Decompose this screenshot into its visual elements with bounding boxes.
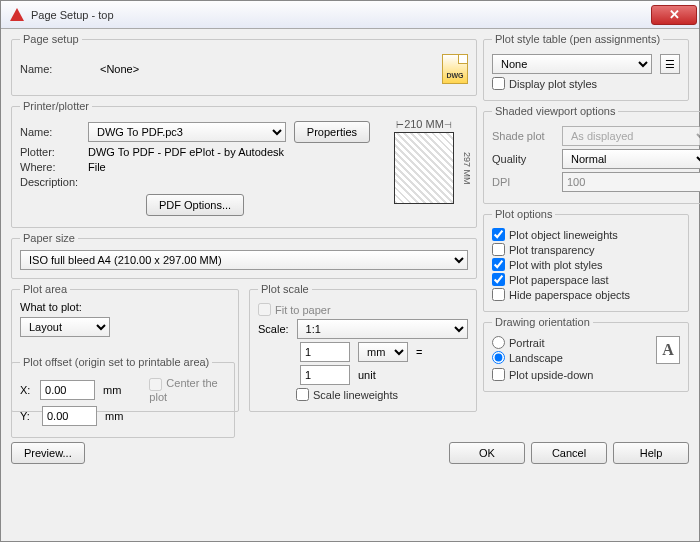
plot-lineweights-checkbox[interactable] bbox=[492, 228, 505, 241]
plot-options-legend: Plot options bbox=[492, 208, 555, 220]
ok-button[interactable]: OK bbox=[449, 442, 525, 464]
description-label: Description: bbox=[20, 176, 80, 188]
portrait-radio[interactable] bbox=[492, 336, 505, 349]
paper-size-select[interactable]: ISO full bleed A4 (210.00 x 297.00 MM) bbox=[20, 250, 468, 270]
plot-style-group: Plot style table (pen assignments) None … bbox=[483, 33, 689, 101]
quality-label: Quality bbox=[492, 153, 554, 165]
plot-offset-group: Plot offset (origin set to printable are… bbox=[11, 356, 235, 438]
name-label: Name: bbox=[20, 63, 80, 75]
preview-width: ⊢210 MM⊣ bbox=[394, 118, 454, 130]
y-mm-label: mm bbox=[105, 410, 123, 422]
plotter-value: DWG To PDF - PDF ePlot - by Autodesk bbox=[88, 146, 284, 158]
upside-down-checkbox[interactable] bbox=[492, 368, 505, 381]
what-to-plot-select[interactable]: Layout bbox=[20, 317, 110, 337]
portrait-label: Portrait bbox=[509, 337, 544, 349]
plot-options-group: Plot options Plot object lineweights Plo… bbox=[483, 208, 689, 312]
page-setup-legend: Page setup bbox=[20, 33, 82, 45]
plot-style-select[interactable]: None bbox=[492, 54, 652, 74]
plotter-label: Plotter: bbox=[20, 146, 80, 158]
plot-styles-checkbox[interactable] bbox=[492, 258, 505, 271]
window-title: Page Setup - top bbox=[31, 9, 651, 21]
plot-area-legend: Plot area bbox=[20, 283, 70, 295]
list-icon: ☰ bbox=[665, 58, 675, 71]
display-plot-styles-checkbox[interactable] bbox=[492, 77, 505, 90]
paper-size-group: Paper size ISO full bleed A4 (210.00 x 2… bbox=[11, 232, 477, 279]
plot-offset-legend: Plot offset (origin set to printable are… bbox=[20, 356, 212, 368]
plot-style-edit-button[interactable]: ☰ bbox=[660, 54, 680, 74]
orientation-legend: Drawing orientation bbox=[492, 316, 593, 328]
fit-to-paper-label: Fit to paper bbox=[275, 304, 331, 316]
display-plot-styles-label: Display plot styles bbox=[509, 78, 597, 90]
quality-select[interactable]: Normal bbox=[562, 149, 700, 169]
equals-label: = bbox=[416, 346, 422, 358]
x-label: X: bbox=[20, 384, 32, 396]
landscape-radio[interactable] bbox=[492, 351, 505, 364]
fit-to-paper-checkbox bbox=[258, 303, 271, 316]
printer-name-select[interactable]: DWG To PDF.pc3 bbox=[88, 122, 286, 142]
x-mm-label: mm bbox=[103, 384, 121, 396]
shade-plot-select: As displayed bbox=[562, 126, 700, 146]
scale-label: Scale: bbox=[258, 323, 289, 335]
dialog-body: Page setup Name: <None> DWG Printer/plot… bbox=[1, 29, 699, 438]
scale-lineweights-checkbox[interactable] bbox=[296, 388, 309, 401]
y-label: Y: bbox=[20, 410, 34, 422]
plot-style-legend: Plot style table (pen assignments) bbox=[492, 33, 663, 45]
upside-down-label: Plot upside-down bbox=[509, 369, 593, 381]
hide-paperspace-label: Hide paperspace objects bbox=[509, 289, 630, 301]
printer-name-label: Name: bbox=[20, 126, 80, 138]
plot-styles-label: Plot with plot styles bbox=[509, 259, 603, 271]
properties-button[interactable]: Properties bbox=[294, 121, 370, 143]
dwg-icon: DWG bbox=[442, 54, 468, 84]
preview-button[interactable]: Preview... bbox=[11, 442, 85, 464]
scale-unit-select[interactable]: mm bbox=[358, 342, 408, 362]
unit-label: unit bbox=[358, 369, 376, 381]
preview-page bbox=[394, 132, 454, 204]
svg-marker-0 bbox=[10, 8, 24, 21]
plot-scale-legend: Plot scale bbox=[258, 283, 312, 295]
close-button[interactable]: ✕ bbox=[651, 5, 697, 25]
y-input[interactable] bbox=[42, 406, 97, 426]
plot-paperspace-checkbox[interactable] bbox=[492, 273, 505, 286]
cancel-button[interactable]: Cancel bbox=[531, 442, 607, 464]
page-setup-name-value: <None> bbox=[100, 63, 139, 75]
shaded-viewport-group: Shaded viewport options Shade plotAs dis… bbox=[483, 105, 700, 204]
plot-transparency-checkbox[interactable] bbox=[492, 243, 505, 256]
page-setup-group: Page setup Name: <None> DWG bbox=[11, 33, 477, 96]
plot-lineweights-label: Plot object lineweights bbox=[509, 229, 618, 241]
shaded-legend: Shaded viewport options bbox=[492, 105, 618, 117]
left-column: Page setup Name: <None> DWG Printer/plot… bbox=[11, 33, 477, 438]
what-to-plot-label: What to plot: bbox=[20, 301, 230, 313]
paper-preview: ⊢210 MM⊣ 297 MM bbox=[386, 118, 468, 208]
scale-lineweights-label: Scale lineweights bbox=[313, 389, 398, 401]
preview-height: 297 MM bbox=[458, 132, 472, 204]
page-setup-dialog: Page Setup - top ✕ Page setup Name: <Non… bbox=[0, 0, 700, 542]
orientation-icon: A bbox=[656, 336, 680, 364]
help-button[interactable]: Help bbox=[613, 442, 689, 464]
hide-paperspace-checkbox[interactable] bbox=[492, 288, 505, 301]
plot-transparency-label: Plot transparency bbox=[509, 244, 595, 256]
landscape-label: Landscape bbox=[509, 352, 563, 364]
shade-plot-label: Shade plot bbox=[492, 130, 554, 142]
dpi-input bbox=[562, 172, 700, 192]
pdf-options-button[interactable]: PDF Options... bbox=[146, 194, 244, 216]
x-input[interactable] bbox=[40, 380, 95, 400]
orientation-group: Drawing orientation Portrait Landscape A… bbox=[483, 316, 689, 392]
titlebar: Page Setup - top ✕ bbox=[1, 1, 699, 29]
center-plot-checkbox bbox=[149, 378, 162, 391]
dpi-label: DPI bbox=[492, 176, 554, 188]
paper-size-legend: Paper size bbox=[20, 232, 78, 244]
dialog-footer: Preview... OK Cancel Help bbox=[1, 438, 699, 468]
right-column: Plot style table (pen assignments) None … bbox=[483, 33, 689, 438]
printer-legend: Printer/plotter bbox=[20, 100, 92, 112]
where-label: Where: bbox=[20, 161, 80, 173]
scale-numerator-input[interactable] bbox=[300, 342, 350, 362]
plot-scale-group: Plot scale Fit to paper Scale: 1:1 mm = bbox=[249, 283, 477, 412]
where-value: File bbox=[88, 161, 106, 173]
scale-select[interactable]: 1:1 bbox=[297, 319, 468, 339]
printer-plotter-group: Printer/plotter Name: DWG To PDF.pc3 Pro… bbox=[11, 100, 477, 228]
plot-paperspace-label: Plot paperspace last bbox=[509, 274, 609, 286]
app-icon bbox=[9, 7, 25, 23]
scale-denominator-input[interactable] bbox=[300, 365, 350, 385]
